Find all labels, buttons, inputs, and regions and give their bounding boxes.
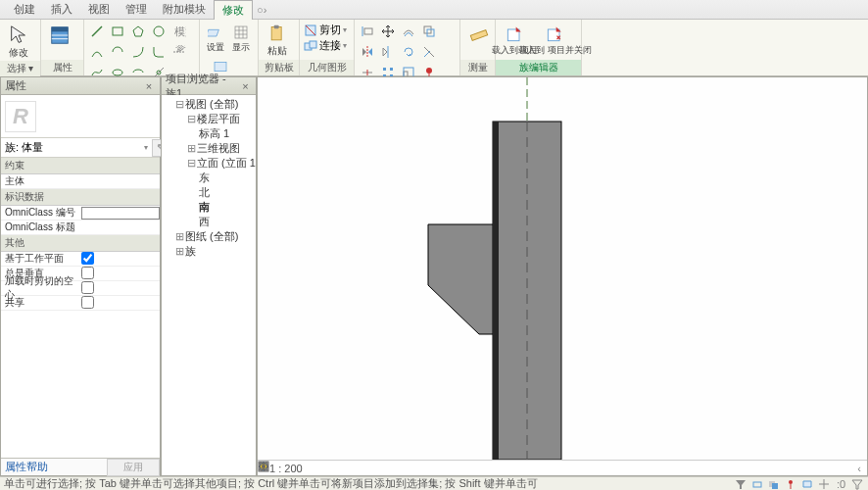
select-underlay-icon[interactable] xyxy=(767,477,781,491)
menu-tab-manage[interactable]: 管理 xyxy=(118,0,155,19)
tree-toggle-icon[interactable]: ⊞ xyxy=(187,141,197,156)
shared-checkbox[interactable] xyxy=(81,296,94,309)
south-node[interactable]: 南 xyxy=(199,201,210,213)
menu-tab-insert[interactable]: 插入 xyxy=(43,0,80,19)
other-section: 其他 xyxy=(1,235,160,252)
visual-style-icon[interactable] xyxy=(334,462,348,475)
arc-center-icon[interactable] xyxy=(109,43,126,61)
show-workplane-button[interactable]: 显示 xyxy=(229,23,253,55)
arc-start-icon[interactable] xyxy=(88,43,106,61)
circle-icon[interactable] xyxy=(150,23,168,40)
drawing-canvas[interactable]: 1 : 200 ‹ xyxy=(257,76,868,476)
east-node[interactable]: 东 xyxy=(199,172,210,183)
type-selector-row: ▾ ✎ 编辑类型 xyxy=(1,138,160,158)
measure-button[interactable] xyxy=(464,23,494,48)
chevron-down-icon[interactable]: ▾ xyxy=(144,143,148,152)
svg-marker-34 xyxy=(383,48,387,56)
properties-help-link[interactable]: 属性帮助 xyxy=(1,460,48,474)
elevations-node[interactable]: 立面 (立面 1) xyxy=(197,157,256,169)
ribbon-group-draw: 模型 参照 绘制 xyxy=(84,20,200,75)
tree-toggle-icon[interactable]: ⊞ xyxy=(175,244,185,259)
west-node[interactable]: 西 xyxy=(199,216,210,227)
copy-icon[interactable] xyxy=(420,23,438,40)
cut-with-voids-checkbox[interactable] xyxy=(81,281,94,294)
shadow-icon[interactable] xyxy=(369,462,383,475)
rotate-icon[interactable] xyxy=(400,43,417,61)
detail-level-icon[interactable] xyxy=(316,462,330,475)
properties-button[interactable] xyxy=(45,23,74,48)
scale-value[interactable]: 1 : 200 xyxy=(269,463,303,474)
floorplans-node[interactable]: 楼层平面 xyxy=(197,113,240,124)
constraints-section: 约束 xyxy=(1,158,160,174)
align-icon[interactable] xyxy=(359,23,376,40)
families-node[interactable]: 族 xyxy=(185,245,196,257)
ribbon: 修改 选择 ▾ 属性 模型 参照 绘制 xyxy=(0,20,868,76)
omniclass-number-row: OmniClass 编号 xyxy=(1,206,160,220)
reveal-hidden-icon[interactable] xyxy=(440,462,454,475)
properties-close-icon[interactable]: × xyxy=(142,80,156,92)
svg-marker-6 xyxy=(133,26,143,36)
sheets-node[interactable]: 图纸 (全部) xyxy=(185,230,238,242)
move-icon[interactable] xyxy=(379,23,397,40)
hide-isolate-icon[interactable] xyxy=(422,462,436,475)
arc-tangent-icon[interactable] xyxy=(129,43,147,61)
north-node[interactable]: 北 xyxy=(199,186,210,198)
menu-help-icon[interactable]: ○› xyxy=(257,4,266,16)
mirror-draw-icon[interactable] xyxy=(379,43,397,61)
line-icon[interactable] xyxy=(88,23,106,40)
omniclass-number-input[interactable] xyxy=(81,207,160,220)
svg-line-36 xyxy=(424,51,430,57)
model-text-icon[interactable]: 模型 xyxy=(170,23,188,40)
3dviews-node[interactable]: 三维视图 xyxy=(197,142,240,154)
shared-row: 共享 xyxy=(1,296,160,311)
scroll-left-icon[interactable]: ‹ xyxy=(857,463,861,474)
tree-toggle-icon[interactable]: ⊞ xyxy=(175,229,185,244)
drag-elements-icon[interactable] xyxy=(817,477,831,491)
always-vertical-checkbox[interactable] xyxy=(81,267,94,279)
sun-path-icon[interactable] xyxy=(352,462,365,475)
selection-count-icon[interactable]: :0 xyxy=(834,477,847,491)
select-links-icon[interactable] xyxy=(750,477,764,491)
tree-toggle-icon[interactable]: ⊟ xyxy=(187,112,197,126)
ribbon-group-properties: 属性 xyxy=(41,20,84,75)
cut-geometry-button[interactable]: 剪切▾ xyxy=(304,23,347,37)
browser-close-icon[interactable]: × xyxy=(239,80,252,92)
ribbon-group-family-editor: 载入到 项目 载入到 项目并关闭 族编辑器 xyxy=(496,20,582,75)
load-close-button[interactable]: 载入到 项目并关闭 xyxy=(533,23,577,57)
tree-toggle-icon[interactable]: ⊟ xyxy=(175,97,185,112)
offset-icon[interactable] xyxy=(400,23,417,40)
select-face-icon[interactable] xyxy=(800,477,814,491)
paste-button[interactable]: 粘贴 xyxy=(263,23,292,59)
elevation-drawing xyxy=(258,77,865,462)
views-node[interactable]: 视图 (全部) xyxy=(185,98,238,110)
workplane-based-checkbox[interactable] xyxy=(81,252,94,265)
mirror-axis-icon[interactable] xyxy=(359,43,376,61)
host-row: 主体 xyxy=(1,174,160,189)
filter-count-icon[interactable] xyxy=(850,477,864,491)
ribbon-group-clipboard: 粘贴 剪贴板 xyxy=(259,20,300,75)
family-type-combo[interactable] xyxy=(5,142,140,154)
svg-text::0: :0 xyxy=(837,478,845,490)
apply-button[interactable]: 应用 xyxy=(107,459,160,476)
fillet-arc-icon[interactable] xyxy=(150,43,168,61)
menu-tab-view[interactable]: 视图 xyxy=(80,0,118,19)
tree-toggle-icon[interactable]: ⊟ xyxy=(187,156,197,171)
level1-node[interactable]: 标高 1 xyxy=(199,127,229,139)
polygon-icon[interactable] xyxy=(129,23,147,40)
ref-plane-icon[interactable]: 参照 xyxy=(170,43,188,61)
select-pinned-icon[interactable] xyxy=(784,477,797,491)
svg-rect-56 xyxy=(493,122,499,460)
menu-tab-addins[interactable]: 附加模块 xyxy=(155,0,214,19)
join-geometry-button[interactable]: 连接▾ xyxy=(304,38,347,53)
crop-view-icon[interactable] xyxy=(387,462,401,475)
svg-marker-69 xyxy=(803,481,811,487)
modify-button[interactable]: 修改 xyxy=(4,23,33,61)
filter-status-icon[interactable] xyxy=(734,477,747,491)
menu-tab-create[interactable]: 创建 xyxy=(6,0,43,19)
rect-icon[interactable] xyxy=(109,23,126,40)
menu-tab-modify[interactable]: 修改 xyxy=(214,0,253,20)
set-workplane-button[interactable]: 设置 xyxy=(204,23,227,55)
revit-logo-icon: R xyxy=(5,101,36,132)
crop-visible-icon[interactable] xyxy=(405,462,418,475)
trim-extend-icon[interactable] xyxy=(420,43,438,61)
